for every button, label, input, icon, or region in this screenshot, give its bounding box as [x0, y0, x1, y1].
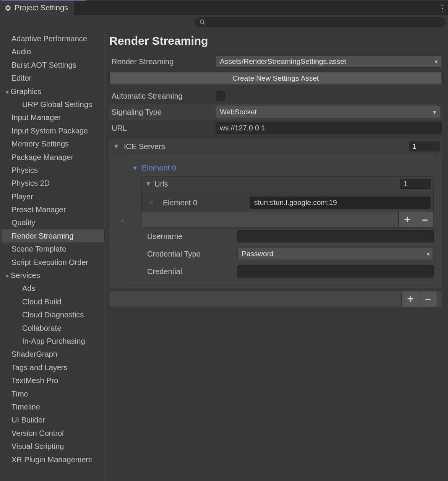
sidebar-item-label: Editor	[11, 74, 31, 82]
signaling-type-dropdown[interactable]: WebSocket	[216, 106, 440, 118]
sidebar-item-cloud-build[interactable]: Cloud Build	[2, 295, 106, 308]
urls-header[interactable]: ▼ Urls 1	[141, 177, 433, 191]
auto-streaming-checkbox[interactable]	[216, 91, 225, 101]
sidebar-item-label: UI Builder	[11, 416, 45, 424]
sidebar-item-label: Quality	[11, 218, 35, 227]
sidebar-item-label: Scene Template	[11, 245, 66, 253]
url-input[interactable]: ws://127.0.0.1	[216, 122, 442, 134]
ice-servers-remove-button[interactable]: –	[419, 291, 437, 307]
sidebar-item-label: Graphics	[11, 87, 41, 96]
credential-label: Credential	[141, 267, 237, 276]
settings-sidebar: Adaptive PerformanceAudioBurst AOT Setti…	[0, 29, 106, 481]
sidebar-item-label: XR Plugin Management	[11, 455, 92, 464]
sidebar-item-label: Burst AOT Settings	[11, 61, 76, 69]
sidebar-item-ui-builder[interactable]: UI Builder	[2, 413, 106, 426]
sidebar-item-editor[interactable]: Editor	[2, 72, 106, 84]
sidebar-item-textmesh-pro[interactable]: TextMesh Pro	[2, 374, 106, 387]
sidebar-item-collaborate[interactable]: Collaborate	[2, 322, 106, 335]
search-input[interactable]	[195, 17, 446, 27]
signaling-type-row: Signaling Type WebSocket	[109, 104, 442, 120]
sidebar-item-label: Input System Package	[11, 127, 88, 135]
kebab-menu-icon[interactable]: ⋮	[437, 3, 448, 13]
sidebar-item-label: Script Execution Order	[11, 258, 88, 266]
search-icon	[199, 19, 206, 26]
sidebar-item-tags-and-layers[interactable]: Tags and Layers	[2, 361, 106, 374]
urls-add-remove-bar: + –	[141, 211, 433, 227]
sidebar-item-label: Render Streaming	[11, 232, 73, 240]
sidebar-item-quality[interactable]: Quality	[2, 216, 106, 229]
sidebar-item-player[interactable]: Player	[2, 190, 106, 203]
settings-main-panel: Render Streaming Render Streaming Assets…	[106, 29, 448, 481]
svg-line-1	[203, 23, 205, 24]
sidebar-item-script-execution-order[interactable]: Script Execution Order	[2, 256, 106, 269]
sidebar-item-in-app-purchasing[interactable]: In-App Purchasing	[2, 335, 106, 348]
urls-count[interactable]: 1	[400, 179, 431, 189]
sidebar-item-ads[interactable]: Ads	[2, 282, 106, 295]
sidebar-item-scene-template[interactable]: Scene Template	[2, 242, 106, 255]
url-row: URL ws://127.0.0.1	[109, 120, 442, 136]
sidebar-item-physics-2d[interactable]: Physics 2D	[2, 177, 106, 190]
sidebar-item-label: In-App Purchasing	[22, 337, 85, 345]
body: Adaptive PerformanceAudioBurst AOT Setti…	[0, 29, 448, 481]
tab-project-settings[interactable]: Project Settings	[0, 1, 74, 15]
sidebar-item-package-manager[interactable]: Package Manager	[2, 151, 106, 164]
sidebar-item-time[interactable]: Time	[2, 387, 106, 400]
sidebar-item-graphics[interactable]: ▼Graphics	[2, 85, 106, 98]
sidebar-item-label: Tags and Layers	[11, 363, 68, 372]
sidebar-item-render-streaming[interactable]: Render Streaming	[2, 229, 104, 242]
asset-label: Render Streaming	[109, 57, 216, 66]
url-element-0-label: Element 0	[158, 198, 250, 207]
credential-input[interactable]	[237, 265, 434, 278]
svg-point-0	[200, 20, 204, 23]
sidebar-item-shadergraph[interactable]: ShaderGraph	[2, 348, 106, 361]
credential-type-row: Credential Type Password	[141, 245, 434, 263]
ice-servers-header[interactable]: ▼ ICE Servers 1	[109, 139, 442, 154]
username-input[interactable]	[237, 230, 434, 242]
sidebar-item-label: Timeline	[11, 403, 40, 411]
asset-dropdown[interactable]: Assets/RenderStreamingSettings.asset	[216, 55, 442, 68]
sidebar-item-cloud-diagnostics[interactable]: Cloud Diagnostics	[2, 308, 106, 321]
sidebar-item-memory-settings[interactable]: Memory Settings	[2, 137, 106, 150]
sidebar-item-timeline[interactable]: Timeline	[2, 400, 106, 413]
sidebar-item-label: Services	[11, 271, 40, 280]
drag-handle-icon[interactable]: =	[144, 199, 158, 207]
sidebar-item-label: Physics	[11, 166, 38, 174]
ice-servers-body: = ▼ Element 0 ▼ Urls 1	[109, 154, 442, 288]
sidebar-item-label: Audio	[11, 47, 31, 56]
credential-row: Credential	[141, 263, 434, 280]
sidebar-item-label: Player	[11, 192, 33, 201]
ice-servers-add-remove-bar: + –	[109, 291, 442, 307]
auto-streaming-label: Automatic Streaming	[109, 92, 216, 101]
sidebar-item-label: Memory Settings	[11, 140, 69, 148]
sidebar-item-audio[interactable]: Audio	[2, 45, 106, 58]
ice-servers-add-button[interactable]: +	[401, 291, 419, 307]
asset-row: Render Streaming Assets/RenderStreamingS…	[109, 54, 442, 70]
sidebar-item-xr-plugin-management[interactable]: XR Plugin Management	[2, 453, 106, 466]
sidebar-item-visual-scripting[interactable]: Visual Scripting	[2, 440, 106, 453]
sidebar-item-adaptive-performance[interactable]: Adaptive Performance	[2, 32, 106, 45]
sidebar-item-label: Preset Manager	[11, 205, 66, 214]
credential-type-dropdown[interactable]: Password	[237, 248, 434, 260]
urls-add-button[interactable]: +	[398, 211, 416, 227]
sidebar-item-label: Physics 2D	[11, 179, 50, 187]
element-0-header[interactable]: ▼ Element 0	[131, 162, 434, 176]
sidebar-item-burst-aot-settings[interactable]: Burst AOT Settings	[2, 58, 106, 72]
sidebar-item-urp-global-settings[interactable]: URP Global Settings	[2, 98, 106, 111]
sidebar-item-input-system-package[interactable]: Input System Package	[2, 124, 106, 137]
sidebar-item-physics[interactable]: Physics	[2, 164, 106, 177]
sidebar-item-label: Input Manager	[11, 113, 61, 122]
url-element-0-input[interactable]: stun:stun.l.google.com:19	[250, 197, 430, 209]
urls-box: ▼ Urls 1 = Element 0 stun:stun.l.google.…	[141, 176, 434, 227]
create-settings-button[interactable]: Create New Settings Asset	[109, 72, 442, 85]
ice-servers-count[interactable]: 1	[409, 141, 440, 151]
project-settings-window: Project Settings ⋮ Adaptive PerformanceA…	[0, 0, 448, 481]
foldout-arrow-icon: ▼	[5, 89, 11, 96]
sidebar-item-input-manager[interactable]: Input Manager	[2, 111, 106, 124]
sidebar-item-label: Version Control	[11, 429, 64, 437]
drag-handle-icon[interactable]: =	[118, 218, 127, 225]
username-label: Username	[141, 232, 237, 241]
urls-remove-button[interactable]: –	[416, 211, 433, 227]
sidebar-item-version-control[interactable]: Version Control	[2, 427, 106, 440]
sidebar-item-services[interactable]: ▼Services	[2, 269, 106, 282]
sidebar-item-preset-manager[interactable]: Preset Manager	[2, 203, 106, 216]
